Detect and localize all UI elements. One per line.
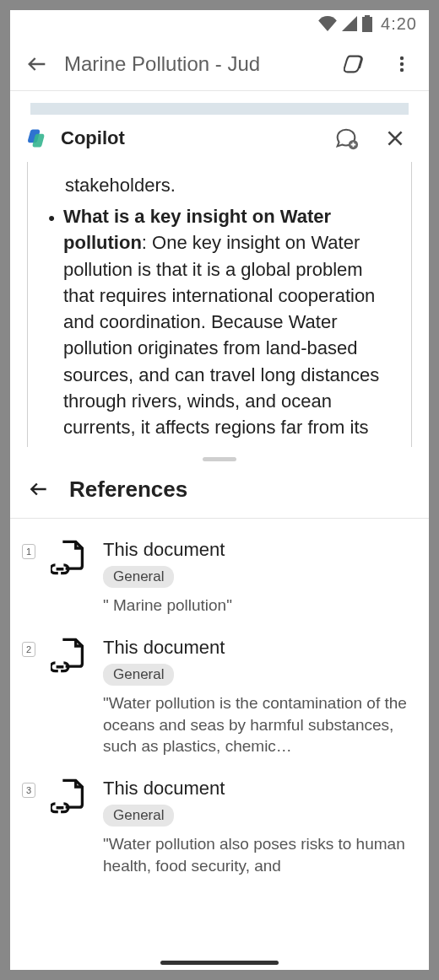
reference-title: This document <box>103 539 412 561</box>
arrow-left-icon <box>28 478 50 500</box>
svg-rect-0 <box>362 17 372 32</box>
document-link-icon <box>51 778 88 815</box>
document-preview-strip <box>10 91 429 115</box>
references-header: References <box>10 471 429 518</box>
reference-snippet: "Water pollution is the contamination of… <box>103 692 412 757</box>
copilot-sparkle-button[interactable] <box>338 46 375 83</box>
reference-item[interactable]: 3 This document General "Water pollution… <box>10 766 429 885</box>
references-back-button[interactable] <box>25 476 52 503</box>
back-button[interactable] <box>19 46 56 83</box>
svg-point-2 <box>400 56 404 59</box>
sheet-drag-handle[interactable] <box>10 447 429 471</box>
copilot-panel-header: Copilot <box>10 115 429 162</box>
close-copilot-button[interactable] <box>377 120 414 157</box>
status-bar: 4:20 <box>10 10 429 37</box>
bullet-marker: • <box>48 203 55 440</box>
document-link-icon <box>51 637 88 674</box>
new-chat-button[interactable] <box>328 120 365 157</box>
reference-snippet: "Water pollution also poses risks to hum… <box>103 833 412 876</box>
app-bar: Marine Pollution - Jud <box>10 37 429 91</box>
arrow-left-icon <box>25 52 49 76</box>
copilot-title: Copilot <box>61 127 316 149</box>
overflow-menu-button[interactable] <box>383 46 420 83</box>
references-title: References <box>69 477 187 503</box>
reference-title: This document <box>103 637 412 659</box>
response-fragment: stakeholders. <box>65 172 394 198</box>
reference-number: 1 <box>22 544 35 559</box>
reference-item[interactable]: 1 This document General " Marine polluti… <box>10 527 429 625</box>
copilot-logo-icon <box>25 127 49 150</box>
reference-number: 3 <box>22 783 35 798</box>
reference-snippet: " Marine pollution" <box>103 595 412 617</box>
status-time: 4:20 <box>381 14 417 34</box>
copilot-shape-icon <box>344 51 369 77</box>
reference-type-badge: General <box>103 664 174 686</box>
copilot-response: stakeholders. • What is a key insight on… <box>10 162 429 447</box>
home-indicator[interactable] <box>160 961 279 965</box>
cellular-icon <box>342 16 357 31</box>
svg-point-4 <box>400 67 404 71</box>
response-bullet: • What is a key insight on Water polluti… <box>48 203 394 440</box>
reference-type-badge: General <box>103 805 174 827</box>
reference-title: This document <box>103 778 412 800</box>
reference-number: 2 <box>22 642 35 657</box>
close-icon <box>384 127 406 149</box>
reference-item[interactable]: 2 This document General "Water pollution… <box>10 625 429 766</box>
svg-point-3 <box>400 62 404 65</box>
chat-plus-icon <box>333 126 359 151</box>
more-vertical-icon <box>392 54 412 74</box>
document-link-icon <box>51 539 88 576</box>
bullet-body: : One key insight on Water pollution is … <box>63 232 379 438</box>
reference-type-badge: General <box>103 566 174 588</box>
svg-rect-1 <box>365 15 370 17</box>
wifi-icon <box>318 16 337 31</box>
battery-icon <box>362 15 372 32</box>
document-title: Marine Pollution - Jud <box>64 52 329 76</box>
divider <box>10 518 429 519</box>
